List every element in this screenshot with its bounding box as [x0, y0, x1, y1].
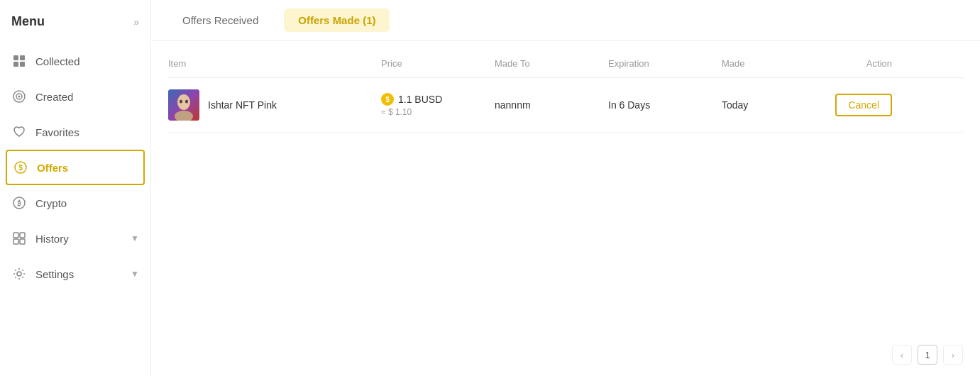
svg-rect-12 [20, 233, 25, 238]
made-cell: Today [722, 99, 807, 111]
svg-text:$: $ [18, 164, 23, 172]
settings-arrow-icon: ▼ [131, 269, 139, 279]
sidebar-item-favorites-label: Favorites [35, 126, 139, 138]
sidebar: Menu » Collected Created [0, 0, 151, 376]
page-1-button[interactable]: 1 [918, 345, 937, 365]
sidebar-item-crypto-label: Crypto [35, 197, 139, 209]
sidebar-item-collected-label: Collected [35, 55, 139, 67]
next-page-button[interactable]: › [943, 345, 963, 365]
history-icon [11, 231, 27, 246]
col-expiration: Expiration [608, 58, 722, 69]
nft-thumbnail [168, 89, 199, 121]
prev-page-button[interactable]: ‹ [892, 345, 912, 365]
action-cell: Cancel [807, 94, 892, 116]
sidebar-item-crypto[interactable]: ₿ Crypto [0, 185, 150, 221]
sidebar-item-history-label: History [35, 233, 131, 245]
sidebar-item-settings[interactable]: Settings ▼ [0, 256, 150, 292]
col-item: Item [168, 58, 381, 69]
svg-text:₿: ₿ [17, 199, 21, 207]
col-made: Made [722, 58, 807, 69]
main-content: Offers Received Offers Made (1) Item Pri… [151, 0, 980, 376]
svg-rect-3 [20, 62, 25, 67]
col-made-to: Made To [495, 58, 608, 69]
svg-point-20 [185, 100, 188, 104]
history-arrow-icon: ▼ [131, 233, 139, 243]
col-action: Action [807, 58, 892, 69]
price-approx: ≈ $ 1.10 [381, 107, 495, 117]
sidebar-item-history[interactable]: History ▼ [0, 221, 150, 256]
svg-point-19 [180, 100, 182, 104]
table-area: Item Price Made To Expiration Made Actio… [151, 41, 980, 333]
pagination: ‹ 1 › [151, 333, 980, 376]
menu-title: Menu [11, 14, 45, 29]
svg-point-15 [17, 272, 21, 276]
svg-rect-13 [13, 239, 18, 244]
price-main: $ 1.1 BUSD [381, 93, 495, 106]
table-header: Item Price Made To Expiration Made Actio… [168, 52, 963, 78]
col-price: Price [381, 58, 495, 69]
tab-offers-made[interactable]: Offers Made (1) [284, 9, 390, 32]
cancel-button[interactable]: Cancel [835, 94, 892, 116]
sidebar-header: Menu » [0, 7, 150, 43]
price-cell: $ 1.1 BUSD ≈ $ 1.10 [381, 93, 495, 117]
sidebar-item-offers[interactable]: $ Offers [6, 150, 145, 185]
svg-point-17 [177, 94, 190, 110]
price-amount: 1.1 BUSD [398, 94, 442, 105]
grid-icon [11, 53, 27, 69]
tab-offers-received[interactable]: Offers Received [168, 9, 272, 32]
nft-name: Ishtar NFT Pink [208, 99, 277, 111]
svg-rect-11 [13, 233, 18, 238]
sidebar-item-offers-label: Offers [37, 162, 138, 174]
item-cell: Ishtar NFT Pink [168, 89, 381, 121]
svg-rect-14 [20, 239, 25, 244]
heart-icon [11, 124, 27, 140]
crypto-icon: ₿ [11, 195, 27, 211]
svg-rect-1 [20, 55, 25, 60]
table-row: Ishtar NFT Pink $ 1.1 BUSD ≈ $ 1.10 nann… [168, 78, 963, 133]
svg-rect-2 [13, 62, 18, 67]
expiration-cell: In 6 Days [608, 99, 722, 111]
expand-icon[interactable]: » [133, 16, 139, 28]
dollar-circle-icon: $ [13, 160, 28, 175]
sidebar-item-created-label: Created [35, 91, 139, 103]
sidebar-item-favorites[interactable]: Favorites [0, 114, 150, 150]
svg-point-6 [18, 96, 21, 98]
svg-rect-0 [13, 55, 18, 60]
sidebar-item-collected[interactable]: Collected [0, 43, 150, 79]
sidebar-item-created[interactable]: Created [0, 79, 150, 114]
sidebar-item-settings-label: Settings [35, 268, 131, 280]
tab-bar: Offers Received Offers Made (1) [151, 0, 980, 41]
gear-icon [11, 266, 27, 282]
busd-icon: $ [381, 93, 394, 106]
target-icon [11, 89, 27, 104]
made-to-cell: nannnm [495, 99, 608, 111]
